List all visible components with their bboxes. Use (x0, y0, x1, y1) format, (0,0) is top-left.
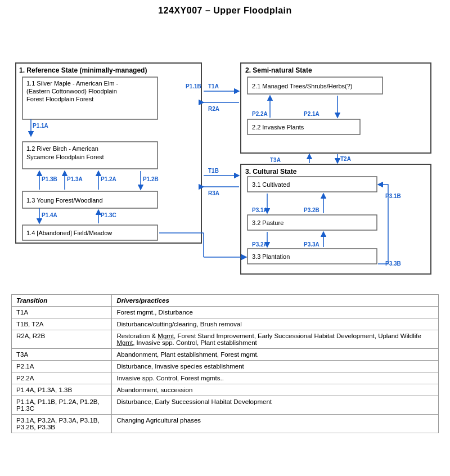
drivers-text: Disturbance, Early Successional Habitat … (112, 396, 439, 415)
table-row: P1.4A, P1.3A, 1.3B Abandonment, successi… (12, 384, 439, 396)
svg-text:3.2  Pasture: 3.2 Pasture (252, 219, 284, 226)
table-row: R2A, R2B Restoration & Mgmt, Forest Stan… (12, 330, 439, 349)
svg-text:1.4  [Abandoned]  Field/Meadow: 1.4 [Abandoned] Field/Meadow (26, 230, 112, 236)
drivers-text: Abandonment, Plant establishment, Forest… (112, 349, 439, 361)
svg-text:P2.2A: P2.2A (252, 111, 268, 117)
svg-text:T1B: T1B (208, 168, 219, 174)
svg-text:P1.3B: P1.3B (42, 176, 57, 182)
svg-text:R3A: R3A (208, 190, 219, 196)
table-row: T1A Forest mgmt., Disturbance (12, 307, 439, 318)
table-row: P3.1A, P3.2A, P3.3A, P3.1B, P3.2B, P3.3B… (12, 415, 439, 433)
diagram-area: 1. Reference State (minimally-managed) 1… (11, 24, 439, 290)
svg-text:P1.2A: P1.2A (101, 176, 116, 182)
drivers-text: Disturbance, Invasive species establishm… (112, 361, 439, 372)
table-row: P2.2A Invasive spp. Control, Forest mgmt… (12, 372, 439, 384)
svg-text:T2A: T2A (340, 156, 351, 162)
svg-text:P1.4A: P1.4A (42, 212, 57, 218)
svg-text:P3.1A: P3.1A (252, 207, 268, 213)
page-title: 124XY007 – Upper Floodplain (11, 6, 439, 16)
svg-text:P1.3C: P1.3C (101, 212, 116, 218)
drivers-text: Disturbance/cutting/clearing, Brush remo… (112, 318, 439, 330)
drivers-text: Invasive spp. Control, Forest mgmts.. (112, 372, 439, 384)
svg-text:2.2  Invasive Plants: 2.2 Invasive Plants (252, 124, 304, 131)
svg-text:P3.3A: P3.3A (304, 241, 320, 248)
transitions-table: Transition Drivers/practices T1A Forest … (11, 294, 439, 433)
drivers-text: Abandonment, succession (112, 384, 439, 396)
drivers-text: Changing Agricultural phases (112, 415, 439, 433)
svg-text:1.3  Young Forest/Woodland: 1.3 Young Forest/Woodland (26, 197, 103, 204)
svg-text:(Eastern Cottonwood)  Floodpla: (Eastern Cottonwood) Floodplain (26, 88, 117, 95)
drivers-text: Restoration & Mgmt, Forest Stand Improve… (112, 330, 439, 349)
svg-text:P3.2A: P3.2A (252, 241, 268, 248)
transition-label: P3.1A, P3.2A, P3.3A, P3.1B, P3.2B, P3.3B (12, 415, 112, 433)
drivers-text: Forest mgmt., Disturbance (112, 307, 439, 318)
svg-text:3.  Cultural State: 3. Cultural State (245, 168, 297, 176)
table-row: P1.1A, P1.1B, P1.2A, P1.2B, P1.3C Distur… (12, 396, 439, 415)
table-header-drivers: Drivers/practices (112, 295, 439, 307)
table-row: P2.1A Disturbance, Invasive species esta… (12, 361, 439, 372)
svg-text:1.2  River Birch - American: 1.2 River Birch - American (26, 145, 98, 152)
transition-label: T1A (12, 307, 112, 318)
svg-text:R2A: R2A (208, 106, 219, 112)
transition-label: P2.2A (12, 372, 112, 384)
svg-rect-27 (241, 63, 431, 153)
transition-label: T3A (12, 349, 112, 361)
svg-text:P3.1B: P3.1B (385, 193, 401, 199)
svg-text:P1.3A: P1.3A (67, 176, 83, 182)
svg-text:P3.2B: P3.2B (304, 207, 320, 213)
transition-label: P1.4A, P1.3A, 1.3B (12, 384, 112, 396)
svg-text:T1A: T1A (208, 83, 219, 89)
svg-text:Sycamore Floodplain Forest: Sycamore Floodplain Forest (26, 154, 104, 160)
svg-text:1.1  Silver Maple - American E: 1.1 Silver Maple - American Elm - (26, 80, 119, 87)
svg-text:P1.2B: P1.2B (143, 176, 159, 182)
svg-text:2.1  Managed Trees/Shrubs/Herb: 2.1 Managed Trees/Shrubs/Herbs(?) (252, 83, 353, 89)
svg-text:P1.1A: P1.1A (33, 123, 48, 129)
svg-text:3.1  Cultivated: 3.1 Cultivated (252, 181, 290, 188)
svg-text:P1.1B: P1.1B (186, 83, 201, 89)
table-header-transition: Transition (12, 295, 112, 307)
table-row: T1B, T2A Disturbance/cutting/clearing, B… (12, 318, 439, 330)
transition-label: P2.1A (12, 361, 112, 372)
transition-label: R2A, R2B (12, 330, 112, 349)
svg-text:P2.1A: P2.1A (304, 111, 320, 117)
svg-text:Forest Floodplain Forest: Forest Floodplain Forest (26, 96, 93, 102)
svg-text:T3A: T3A (270, 157, 281, 163)
svg-text:3.3  Plantation: 3.3 Plantation (252, 253, 290, 260)
svg-text:2.  Semi-natural State: 2. Semi-natural State (245, 66, 312, 74)
table-row: T3A Abandonment, Plant establishment, Fo… (12, 349, 439, 361)
transition-label: P1.1A, P1.1B, P1.2A, P1.2B, P1.3C (12, 396, 112, 415)
transition-label: T1B, T2A (12, 318, 112, 330)
svg-text:1.  Reference State (minimally: 1. Reference State (minimally-managed) (19, 66, 147, 74)
